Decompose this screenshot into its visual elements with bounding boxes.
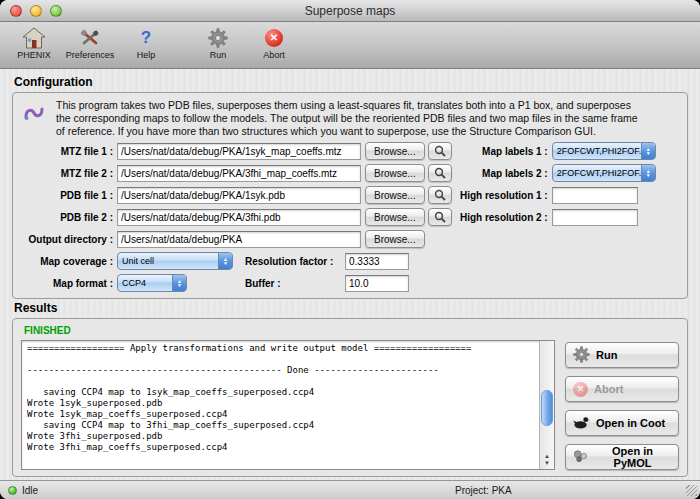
main-content: Configuration This program takes two PDB…: [0, 69, 700, 480]
output-directory-row: Output directory : Browse...: [21, 230, 679, 248]
tools-icon: [78, 25, 102, 50]
minimize-button[interactable]: [30, 5, 42, 17]
project-label: Project: PKA: [455, 485, 512, 496]
open-in-pymol-button[interactable]: Open in PyMOL: [565, 444, 679, 470]
window-title: Superpose maps: [305, 4, 396, 18]
magnifier-icon: [434, 167, 446, 179]
high-resolution-1-label: High resolution 1 :: [458, 190, 548, 201]
toolbar-label: Abort: [263, 50, 285, 60]
map-format-row: Map format : CCP4 ▲▼ Buffer :: [21, 274, 679, 292]
mtz-file-2-row: MTZ file 2 : Browse... Map labels 2 : 2F…: [21, 164, 679, 182]
high-resolution-2-input[interactable]: [552, 209, 638, 226]
mtz-file-1-input[interactable]: [117, 143, 361, 160]
toolbar-preferences-button[interactable]: Preferences: [62, 25, 118, 68]
output-directory-label: Output directory :: [21, 234, 113, 245]
map-format-label: Map format :: [21, 278, 113, 289]
abort-button[interactable]: ✕ Abort: [565, 376, 679, 402]
home-icon: [22, 25, 46, 50]
results-heading: Results: [14, 301, 688, 315]
abort-icon: ✕: [265, 25, 283, 50]
output-directory-browse-button[interactable]: Browse...: [365, 230, 425, 248]
open-in-coot-button[interactable]: Open in Coot: [565, 410, 679, 436]
map-labels-1-select[interactable]: 2FOFCWT,PHI2FOF... ▲▼: [552, 142, 656, 160]
map-format-select[interactable]: CCP4 ▲▼: [117, 274, 187, 292]
high-resolution-2-label: High resolution 2 :: [458, 212, 548, 223]
map-labels-2-label: Map labels 2 :: [458, 168, 548, 179]
program-description: This program takes two PDB files, superp…: [56, 99, 644, 137]
map-labels-2-select[interactable]: 2FOFCWT,PHI2FOF... ▲▼: [552, 164, 656, 182]
zoom-button[interactable]: [50, 5, 62, 17]
app-window: Superpose maps PHENIX Preferences: [0, 0, 700, 499]
buffer-label: Buffer :: [245, 278, 345, 289]
map-coverage-select[interactable]: Unit cell ▲▼: [117, 252, 233, 270]
buffer-input[interactable]: [345, 275, 409, 292]
mtz-file-2-browse-button[interactable]: Browse...: [365, 164, 425, 182]
coot-bird-icon: [573, 415, 590, 432]
configuration-heading: Configuration: [14, 75, 688, 89]
toolbar-separator: [174, 25, 190, 68]
magnifier-icon: [434, 189, 446, 201]
pdb-file-1-label: PDB file 1 :: [21, 190, 113, 201]
mtz-file-1-browse-button[interactable]: Browse...: [365, 142, 425, 160]
toolbar-label: Help: [137, 50, 156, 60]
mtz-file-1-label: MTZ file 1 :: [21, 146, 113, 157]
scrollbar-thumb[interactable]: [541, 390, 553, 426]
configuration-panel: This program takes two PDB files, superp…: [12, 92, 688, 299]
status-dot-icon: [8, 486, 17, 495]
statusbar: Idle Project: PKA: [0, 480, 700, 499]
abort-icon: ✕: [573, 382, 588, 397]
toolbar-phenix-button[interactable]: PHENIX: [6, 25, 62, 68]
scrollbar-arrows-icon[interactable]: ▲▼: [540, 453, 554, 467]
toolbar-label: Run: [210, 50, 227, 60]
mtz-file-1-row: MTZ file 1 : Browse... Map labels 1 : 2F…: [21, 142, 679, 160]
toolbar-label: Preferences: [66, 50, 115, 60]
help-icon: ?: [141, 25, 151, 50]
status-text: Idle: [22, 485, 38, 496]
action-buttons: Run ✕ Abort: [565, 340, 679, 470]
map-coverage-label: Map coverage :: [21, 256, 113, 267]
gear-icon: [208, 25, 228, 50]
popup-arrows-icon: ▲▼: [641, 143, 655, 159]
toolbar-abort-button[interactable]: ✕ Abort: [246, 25, 302, 68]
resolution-factor-input[interactable]: [345, 253, 409, 270]
toolbar: PHENIX Preferences ? Help: [0, 22, 700, 69]
pymol-icon: [573, 449, 588, 465]
log-console-container: ================== Apply transformations…: [21, 340, 555, 470]
map-coverage-row: Map coverage : Unit cell ▲▼ Resolution f…: [21, 252, 679, 270]
toolbar-run-button[interactable]: Run: [190, 25, 246, 68]
resize-grip[interactable]: [686, 485, 697, 496]
magnifier-icon: [434, 145, 446, 157]
magnifier-icon: [434, 211, 446, 223]
pdb-file-1-inspect-button[interactable]: [428, 186, 452, 204]
gear-icon: [573, 346, 590, 365]
window-controls: [10, 5, 62, 17]
map-labels-1-label: Map labels 1 :: [458, 146, 548, 157]
log-console[interactable]: ================== Apply transformations…: [27, 343, 537, 467]
pdb-file-2-input[interactable]: [117, 209, 361, 226]
mtz-file-1-inspect-button[interactable]: [428, 142, 452, 160]
status-finished: FINISHED: [24, 325, 679, 336]
high-resolution-1-input[interactable]: [552, 187, 638, 204]
pdb-file-2-browse-button[interactable]: Browse...: [365, 208, 425, 226]
toolbar-label: PHENIX: [17, 50, 51, 60]
titlebar[interactable]: Superpose maps: [0, 0, 700, 22]
close-button[interactable]: [10, 5, 22, 17]
pdb-file-1-row: PDB file 1 : Browse... High resolution 1…: [21, 186, 679, 204]
toolbar-help-button[interactable]: ? Help: [118, 25, 174, 68]
program-icon: [21, 99, 47, 137]
output-directory-input[interactable]: [117, 231, 361, 248]
popup-arrows-icon: ▲▼: [172, 275, 186, 291]
run-button[interactable]: Run: [565, 342, 679, 368]
mtz-file-2-label: MTZ file 2 :: [21, 168, 113, 179]
pdb-file-1-input[interactable]: [117, 187, 361, 204]
pdb-file-1-browse-button[interactable]: Browse...: [365, 186, 425, 204]
console-scrollbar[interactable]: ▲▼: [539, 341, 554, 469]
mtz-file-2-input[interactable]: [117, 165, 361, 182]
results-panel: FINISHED ================== Apply transf…: [12, 318, 688, 477]
resolution-factor-label: Resolution factor :: [245, 256, 345, 267]
pdb-file-2-label: PDB file 2 :: [21, 212, 113, 223]
pdb-file-2-row: PDB file 2 : Browse... High resolution 2…: [21, 208, 679, 226]
mtz-file-2-inspect-button[interactable]: [428, 164, 452, 182]
popup-arrows-icon: ▲▼: [218, 253, 232, 269]
pdb-file-2-inspect-button[interactable]: [428, 208, 452, 226]
